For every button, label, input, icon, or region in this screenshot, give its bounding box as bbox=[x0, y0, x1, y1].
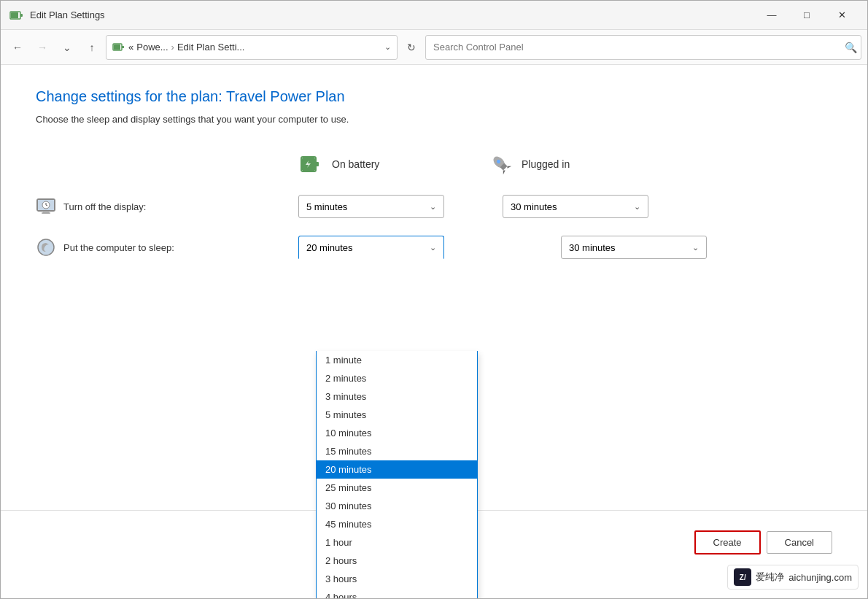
battery-column-label: On battery bbox=[332, 158, 379, 170]
path-powe: Powe... bbox=[136, 42, 168, 53]
display-plugged-dropdown[interactable]: 30 minutes ⌄ bbox=[503, 195, 648, 218]
sleep-plugged-arrow: ⌄ bbox=[692, 243, 699, 252]
close-button[interactable]: ✕ bbox=[825, 4, 859, 27]
display-setting-text: Turn off the display: bbox=[63, 201, 146, 212]
option-3-minutes[interactable]: 3 minutes bbox=[317, 387, 477, 406]
sleep-setting-text: Put the computer to sleep: bbox=[63, 242, 174, 253]
display-battery-arrow: ⌄ bbox=[430, 202, 436, 212]
display-setting-label: Turn off the display: bbox=[36, 196, 298, 217]
sleep-battery-value: 20 minutes bbox=[306, 242, 353, 253]
svg-rect-1 bbox=[20, 14, 23, 17]
option-15-minutes[interactable]: 15 minutes bbox=[317, 442, 477, 460]
sleep-plugged-dropdown[interactable]: 30 minutes ⌄ bbox=[561, 236, 707, 259]
svg-rect-2 bbox=[11, 12, 18, 18]
minimize-button[interactable]: — bbox=[755, 4, 788, 27]
path-edit: Edit Plan Setti... bbox=[177, 42, 245, 53]
option-2-hours[interactable]: 2 hours bbox=[317, 552, 477, 570]
sleep-battery-arrow: ⌄ bbox=[430, 243, 436, 252]
path-part-1: « bbox=[128, 42, 133, 53]
sleep-battery-dropdown[interactable]: 20 minutes ⌄ bbox=[298, 236, 444, 259]
search-input[interactable] bbox=[425, 35, 861, 60]
display-plugged-value: 30 minutes bbox=[511, 201, 557, 212]
option-2-minutes[interactable]: 2 minutes bbox=[317, 369, 477, 387]
main-window: Edit Plan Settings — □ ✕ ← → ⌄ ↑ « Powe.… bbox=[0, 0, 868, 599]
option-1-hour[interactable]: 1 hour bbox=[317, 533, 477, 552]
display-setting-row: Turn off the display: 5 minutes ⌄ 30 min… bbox=[36, 195, 832, 218]
svg-rect-14 bbox=[43, 211, 49, 212]
option-20-minutes[interactable]: 20 minutes bbox=[317, 460, 477, 479]
option-4-hours[interactable]: 4 hours bbox=[317, 588, 477, 598]
option-3-hours[interactable]: 3 hours bbox=[317, 570, 477, 588]
svg-point-19 bbox=[38, 239, 54, 255]
sleep-battery-dropdown-wrapper: 20 minutes ⌄ bbox=[298, 236, 503, 259]
sleep-dropdown-list: 1 minute 2 minutes 3 minutes 5 minutes 1… bbox=[316, 351, 478, 598]
sleep-setting-row: Put the computer to sleep: 20 minutes ⌄ … bbox=[36, 236, 832, 259]
option-5-minutes[interactable]: 5 minutes bbox=[317, 406, 477, 424]
option-1-minute[interactable]: 1 minute bbox=[317, 351, 477, 369]
option-10-minutes[interactable]: 10 minutes bbox=[317, 424, 477, 442]
display-plugged-arrow: ⌄ bbox=[634, 202, 640, 212]
battery-column-header: On battery bbox=[298, 151, 430, 177]
main-content: Change settings for the plan: Travel Pow… bbox=[1, 65, 867, 598]
buttons-area: Create Cancel bbox=[694, 530, 833, 554]
svg-rect-5 bbox=[114, 45, 120, 50]
plugged-column-header: Plugged in bbox=[488, 151, 619, 177]
maximize-button[interactable]: □ bbox=[790, 4, 824, 27]
cancel-button[interactable]: Cancel bbox=[767, 531, 832, 554]
address-bar: ← → ⌄ ↑ « Powe... › Edit Plan Setti... ⌄… bbox=[1, 30, 867, 65]
path-sep: › bbox=[171, 42, 174, 53]
display-battery-value: 5 minutes bbox=[306, 201, 347, 212]
create-button[interactable]: Create bbox=[694, 530, 761, 554]
sleep-plugged-value: 30 minutes bbox=[569, 242, 616, 253]
option-25-minutes[interactable]: 25 minutes bbox=[317, 479, 477, 497]
search-container: 🔍 bbox=[425, 35, 861, 60]
column-headers: On battery Plugged in bbox=[298, 151, 832, 177]
window-controls: — □ ✕ bbox=[755, 4, 859, 27]
window-icon bbox=[9, 8, 24, 23]
title-bar: Edit Plan Settings — □ ✕ bbox=[1, 1, 867, 30]
address-path[interactable]: « Powe... › Edit Plan Setti... ⌄ bbox=[106, 35, 398, 60]
back-button[interactable]: ← bbox=[7, 36, 28, 58]
path-icon bbox=[112, 41, 125, 54]
option-30-minutes[interactable]: 30 minutes bbox=[317, 497, 477, 515]
display-battery-dropdown[interactable]: 5 minutes ⌄ bbox=[298, 195, 444, 218]
svg-rect-15 bbox=[42, 212, 50, 214]
page-title: Change settings for the plan: Travel Pow… bbox=[36, 88, 832, 105]
plugged-icon bbox=[488, 151, 514, 177]
refresh-button[interactable]: ↻ bbox=[400, 36, 422, 58]
sleep-setting-label: Put the computer to sleep: bbox=[36, 237, 298, 258]
search-button[interactable]: 🔍 bbox=[845, 42, 857, 53]
path-dropdown-icon: ⌄ bbox=[384, 42, 391, 52]
forward-button[interactable]: → bbox=[31, 36, 53, 58]
page-subtitle: Choose the sleep and display settings th… bbox=[36, 114, 832, 125]
path-text: « Powe... › Edit Plan Setti... bbox=[128, 42, 244, 53]
watermark-domain: aichunjing.com bbox=[788, 572, 852, 583]
option-45-minutes[interactable]: 45 minutes bbox=[317, 515, 477, 533]
up-button[interactable]: ↑ bbox=[81, 36, 103, 58]
display-icon bbox=[36, 196, 56, 217]
svg-rect-7 bbox=[316, 162, 319, 166]
svg-rect-4 bbox=[122, 46, 124, 48]
sleep-icon bbox=[36, 237, 56, 258]
watermark-logo: Z/ bbox=[734, 568, 751, 586]
watermark: Z/ 爱纯净 aichunjing.com bbox=[727, 565, 859, 590]
dropdown-history-button[interactable]: ⌄ bbox=[56, 36, 78, 58]
plugged-column-label: Plugged in bbox=[522, 158, 570, 170]
window-title: Edit Plan Settings bbox=[30, 9, 755, 20]
watermark-text: 爱纯净 bbox=[756, 571, 784, 584]
battery-icon bbox=[298, 151, 325, 177]
